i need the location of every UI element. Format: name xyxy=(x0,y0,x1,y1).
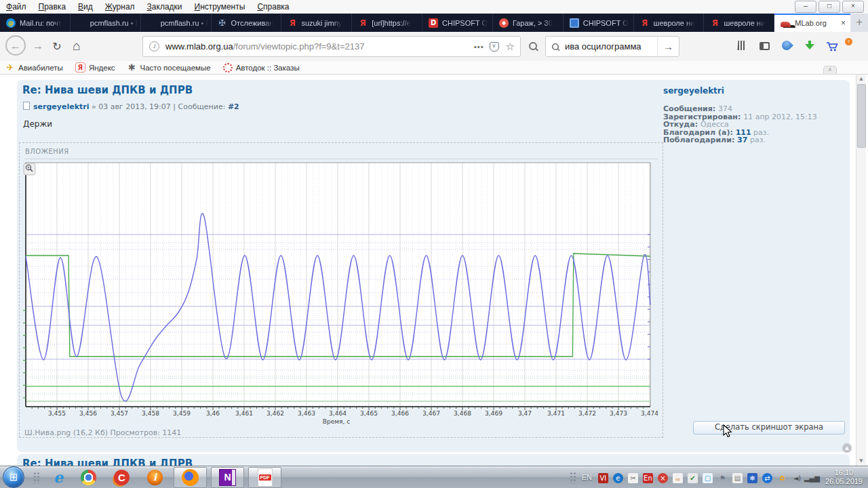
desktop-screen: ФайлПравкаВидЖурналЗакладкиИнструментыСп… xyxy=(0,0,868,488)
post-date: 03 авг 2013, 19:07 xyxy=(98,102,171,111)
close-button[interactable]: × xyxy=(842,1,864,13)
network-signal-tray-icon[interactable]: ▂▄▆ xyxy=(807,473,817,483)
profile-value-link[interactable]: 37 xyxy=(737,136,747,144)
browser-tab-9[interactable]: Яшевроле ни xyxy=(634,14,705,32)
browser-tab-5[interactable]: Я[url]https://e xyxy=(352,14,422,32)
start-button[interactable]: ⊞ xyxy=(3,466,24,488)
browser-tab-6[interactable]: DCHIPSOFT O xyxy=(422,14,493,32)
bookmark-item-0[interactable]: ✈Авиабилеты xyxy=(5,63,63,73)
java-tray-icon[interactable]: ☕ xyxy=(673,473,683,483)
menu-item-5[interactable]: Инструменты xyxy=(189,1,252,14)
download-master-icon[interactable] xyxy=(780,39,793,52)
pdf-reader-icon[interactable]: PDF xyxy=(258,468,273,487)
language-indicator[interactable]: EN xyxy=(582,473,592,481)
svg-text:3,456: 3,456 xyxy=(79,410,97,417)
tab-close-icon[interactable]: × xyxy=(839,18,848,28)
menu-item-3[interactable]: Журнал xyxy=(99,1,141,14)
bookmark-item-1[interactable]: ЯЯндекс xyxy=(75,62,115,73)
scissors-tray-icon[interactable]: ✂ xyxy=(628,473,638,483)
firefox-taskbar-button[interactable] xyxy=(174,467,207,488)
page-actions-icon[interactable]: ••• xyxy=(469,43,490,51)
chart-zoom-button[interactable] xyxy=(24,163,35,175)
tab-label: pcmflash.ru • Пр xyxy=(161,19,208,27)
onenote-taskbar-button[interactable]: N xyxy=(211,467,244,488)
scrollbar-up-icon[interactable]: ▲ xyxy=(856,75,866,83)
menu-item-0[interactable]: Файл xyxy=(0,1,33,14)
autodoc-icon xyxy=(223,63,233,73)
snip-frame-tray-icon[interactable]: ▢ xyxy=(703,473,713,483)
browser-tab-7[interactable]: Гараж, > 30 xyxy=(493,14,564,32)
browser-tab-10[interactable]: Яшевроле ни xyxy=(704,14,774,32)
post-title-link[interactable]: Re: Нива шеви ДПКВ и ДПРВ xyxy=(22,84,193,96)
bookmark-item-3[interactable]: Автодок :: Заказы xyxy=(223,63,300,73)
tab-favicon-emblem: ✠ xyxy=(218,18,227,28)
reload-button[interactable]: ↻ xyxy=(50,40,64,53)
sidebar-toggle-icon[interactable] xyxy=(760,42,770,50)
pdf-reader-taskbar-button[interactable]: PDF xyxy=(248,467,281,488)
scrollbar-thumb[interactable] xyxy=(857,84,866,148)
pocket-icon[interactable]: ∨ xyxy=(490,42,499,52)
svg-text:3,461: 3,461 xyxy=(235,410,253,417)
taskbar-clock[interactable]: 16:10 26.05.2019 xyxy=(825,468,863,486)
cart-icon[interactable] xyxy=(826,41,838,52)
post-author-link[interactable]: sergeyelektri xyxy=(33,102,89,111)
browser-tab-4[interactable]: Яsuzuki jimny xyxy=(281,14,352,32)
menu-item-4[interactable]: Закладки xyxy=(141,1,189,14)
library-icon[interactable] xyxy=(738,41,747,50)
teamviewer-tray-icon[interactable]: ⇄ xyxy=(762,473,772,483)
new-tab-button[interactable]: + xyxy=(850,14,868,32)
svg-text:3,458: 3,458 xyxy=(142,410,159,417)
search-icon[interactable] xyxy=(529,42,537,50)
bookmark-item-2[interactable]: ✱Часто посещаемые xyxy=(127,63,211,73)
clipboard-tray-icon[interactable]: ▤ xyxy=(732,473,743,483)
bookmark-star-icon[interactable]: ☆ xyxy=(506,41,515,53)
volume-tray-icon[interactable]: ◄) xyxy=(792,473,802,483)
post-msg-number[interactable]: #2 xyxy=(228,102,239,111)
scroll-top-icon[interactable]: ▲ xyxy=(842,443,852,453)
browser-tab-11[interactable]: MLab.org× xyxy=(774,14,850,32)
menu-item-2[interactable]: Вид xyxy=(72,1,99,14)
tray-grid-icon[interactable] xyxy=(570,472,576,483)
scrollbar-down-icon[interactable]: ▼ xyxy=(856,457,866,466)
minimize-button[interactable]: – xyxy=(795,1,816,13)
site-info-icon[interactable]: i xyxy=(149,41,159,52)
internet-explorer-icon[interactable]: e xyxy=(54,468,63,486)
search-submit-icon[interactable]: → xyxy=(657,37,679,56)
forward-button[interactable]: → xyxy=(31,40,45,52)
browser-tab-bar: @Mail.ru: почтpcmflash.ru • Поpcmflash.r… xyxy=(0,14,868,32)
stop-badge-tray-icon[interactable]: × xyxy=(658,473,668,483)
restore-button[interactable]: □ xyxy=(818,1,840,13)
take-screenshot-button[interactable]: Сделать скриншот экрана xyxy=(693,421,845,434)
menu-item-6[interactable]: Справка xyxy=(251,1,295,14)
page-top-chevron-icon[interactable]: ∧ xyxy=(823,66,837,74)
qip-tray-icon[interactable]: e xyxy=(613,473,623,483)
flower-tray-icon[interactable]: ✿ xyxy=(777,473,787,483)
page-scrollbar[interactable]: ▲ ▼ xyxy=(856,75,866,466)
usb-eject-tray-icon[interactable]: ✔ xyxy=(688,473,698,483)
vive-tray-icon[interactable]: VI xyxy=(598,473,608,483)
info-burn-tool-icon[interactable]: i xyxy=(147,470,163,485)
oscillogram-chart[interactable]: 3,4553,4563,4573,4583,4593,463,4613,4623… xyxy=(22,161,660,427)
firefox-icon[interactable] xyxy=(182,469,199,486)
home-button[interactable]: ⌂ xyxy=(69,39,84,54)
chrome-icon[interactable] xyxy=(81,470,96,485)
tab-label: suzuki jimny xyxy=(301,19,342,27)
browser-tab-2[interactable]: pcmflash.ru • Пр xyxy=(141,14,212,32)
adobe-en-tray-icon[interactable]: En xyxy=(643,473,653,483)
onenote-icon[interactable]: N xyxy=(219,469,236,486)
browser-tab-8[interactable]: CHIPSOFT O xyxy=(564,14,634,32)
ccleaner-icon[interactable]: C xyxy=(114,470,130,485)
profile-username-link[interactable]: sergeyelektri xyxy=(663,86,845,96)
url-bar[interactable]: i www.mlab.org.ua/forum/viewtopic.php?f=… xyxy=(142,36,521,57)
browser-tab-1[interactable]: pcmflash.ru • По xyxy=(71,14,141,32)
menu-item-1[interactable]: Правка xyxy=(33,1,73,14)
browser-tab-3[interactable]: ✠Отслеживан xyxy=(212,14,282,32)
quick-launch-grid-icon[interactable] xyxy=(33,472,40,483)
snowflake-tray-icon[interactable]: ❄ xyxy=(747,473,757,483)
browser-tab-0[interactable]: @Mail.ru: почт xyxy=(0,14,71,32)
search-input[interactable]: ива осцилограмма → xyxy=(545,36,679,57)
back-button[interactable]: ← xyxy=(5,35,26,56)
action-flag-tray-icon[interactable]: ⚑ xyxy=(717,473,728,483)
next-post-title-link[interactable]: Re: Нива шеви ДПКВ и ДПРВ xyxy=(22,458,193,466)
window-controls: – □ × xyxy=(795,1,864,13)
